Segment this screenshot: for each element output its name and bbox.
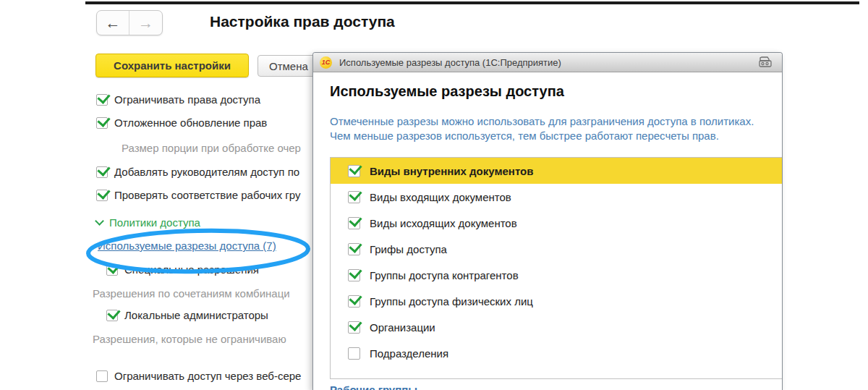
checkbox-checked[interactable] <box>106 310 118 321</box>
dialog-description: Отмеченные разрезы можно использовать дл… <box>330 114 783 143</box>
checkbox-checked[interactable] <box>348 217 360 229</box>
list-item[interactable]: Виды внутренних документов <box>331 158 783 184</box>
list-item[interactable]: Подразделения <box>331 340 783 366</box>
used-access-sections-dialog: 1С Используемые разрезы доступа (1С:Пред… <box>312 52 783 390</box>
dialog-titlebar[interactable]: 1С Используемые разрезы доступа (1С:Пред… <box>313 53 782 72</box>
list-item-label: Подразделения <box>370 347 448 360</box>
top-divider <box>85 1 859 4</box>
setting-label: Ограничивать доступ через веб-сере <box>114 370 301 382</box>
checkbox-checked[interactable] <box>348 165 360 177</box>
list-item[interactable]: Виды входящих документов <box>331 184 783 210</box>
setting-row[interactable]: Специальные разрешения <box>106 263 259 276</box>
setting-row[interactable]: Отложенное обновление прав <box>96 116 267 129</box>
list-item-label: Грифы доступа <box>370 243 447 255</box>
checkbox-unchecked[interactable] <box>348 347 360 360</box>
setting-label: Локальные администраторы <box>124 309 268 321</box>
back-arrow-icon: ← <box>106 14 121 32</box>
page-title: Настройка прав доступа <box>210 13 395 30</box>
checkbox-checked[interactable] <box>96 94 108 106</box>
setting-row[interactable]: Ограничивать доступ через веб-сере <box>96 370 301 382</box>
list-item[interactable]: Виды исходящих документов <box>331 210 783 236</box>
checkbox-checked[interactable] <box>348 269 360 281</box>
dialog-title: Используемые разрезы доступа (1С:Предпри… <box>339 57 561 68</box>
checkbox-unchecked[interactable] <box>96 370 108 382</box>
setting-row[interactable]: Проверять соответствие рабочих гру <box>96 189 301 201</box>
clipped-bottom-link[interactable]: Рабочие группы <box>330 383 417 390</box>
setting-label: Специальные разрешения <box>124 263 259 276</box>
list-item[interactable]: Грифы доступа <box>331 236 783 262</box>
list-item-label: Виды внутренних документов <box>370 165 533 177</box>
list-item-label: Виды входящих документов <box>370 191 511 203</box>
setting-label: Проверять соответствие рабочих гру <box>114 189 301 201</box>
list-item-label: Организации <box>370 321 435 334</box>
access-sections-list: Виды внутренних документов Виды входящих… <box>330 157 783 379</box>
setting-row: Используемые разрезы доступа (7) <box>98 239 276 252</box>
list-item[interactable]: Организации <box>331 314 783 340</box>
save-settings-button[interactable]: Сохранить настройки <box>95 54 249 77</box>
setting-note: Разрешения по сочетаниям комбинаци <box>93 287 290 300</box>
list-item-label: Группы доступа контрагентов <box>370 269 519 281</box>
setting-note: Размер порции при обработке очер <box>122 142 301 154</box>
setting-label: Отложенное обновление прав <box>114 116 267 129</box>
forward-button[interactable]: → <box>129 11 162 35</box>
forward-arrow-icon: → <box>138 14 153 32</box>
checkbox-checked[interactable] <box>348 191 360 203</box>
history-nav: ← → <box>96 10 163 35</box>
checkbox-checked[interactable] <box>96 190 108 201</box>
setting-label: Добавлять руководителям доступ по <box>114 166 299 178</box>
printer-icon[interactable] <box>758 56 773 69</box>
description-line: Чем меньше разрезов используется, тем бы… <box>330 129 783 143</box>
checkbox-checked[interactable] <box>348 243 360 255</box>
checkbox-checked[interactable] <box>96 117 108 129</box>
app-window: ← → Настройка прав доступа Сохранить нас… <box>0 0 868 390</box>
dialog-heading: Используемые разрезы доступа <box>330 83 564 100</box>
description-line: Отмеченные разрезы можно использовать дл… <box>330 114 783 129</box>
back-button[interactable]: ← <box>97 11 129 35</box>
checkbox-checked[interactable] <box>96 166 108 178</box>
setting-row[interactable]: Добавлять руководителям доступ по <box>96 166 299 178</box>
setting-row[interactable]: Локальные администраторы <box>106 309 268 321</box>
list-item-label: Группы доступа физических лиц <box>370 295 533 308</box>
checkbox-checked[interactable] <box>106 264 118 276</box>
group-label: Политики доступа <box>109 216 200 229</box>
list-item[interactable]: Группы доступа физических лиц <box>331 288 783 314</box>
group-header-access-policies[interactable]: Политики доступа <box>96 216 200 229</box>
chevron-down-icon <box>95 216 104 226</box>
setting-note: Разрешения, которые не ограничиваю <box>93 333 286 345</box>
setting-label: Ограничивать права доступа <box>114 93 260 106</box>
checkbox-checked[interactable] <box>348 295 360 308</box>
setting-row[interactable]: Ограничивать права доступа <box>96 93 260 106</box>
1c-logo-icon: 1С <box>320 56 332 69</box>
setting-label: Разрешения по сочетаниям комбинаци <box>93 287 290 300</box>
list-item-label: Виды исходящих документов <box>370 217 517 229</box>
used-access-sections-link[interactable]: Используемые разрезы доступа (7) <box>98 239 276 252</box>
list-item[interactable]: Группы доступа контрагентов <box>331 262 783 288</box>
checkbox-checked[interactable] <box>348 321 360 334</box>
setting-label: Разрешения, которые не ограничиваю <box>93 333 286 345</box>
setting-label: Размер порции при обработке очер <box>122 142 301 154</box>
